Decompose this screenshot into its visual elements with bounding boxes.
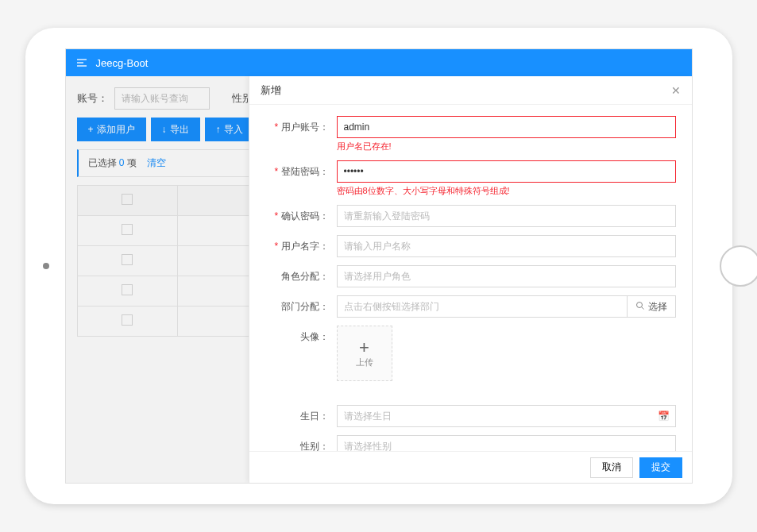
modal-backdrop: [66, 76, 249, 483]
avatar-upload[interactable]: + 上传: [337, 326, 392, 381]
modal-panel: 新增 ✕ 用户账号： 用户名已存在! 登陆密码：: [249, 76, 692, 483]
upload-text: 上传: [356, 357, 373, 368]
label-name: 用户名字：: [265, 235, 337, 253]
input-password[interactable]: [337, 160, 676, 183]
select-role[interactable]: [337, 265, 676, 287]
dept-select-button[interactable]: 选择: [628, 295, 676, 318]
error-account: 用户名已存在!: [337, 141, 676, 152]
error-password: 密码由8位数字、大小写字母和特殊符号组成!: [337, 185, 676, 197]
svg-point-3: [636, 302, 642, 307]
calendar-icon: 📅: [658, 411, 670, 422]
search-icon: [635, 301, 645, 313]
home-button[interactable]: [720, 245, 758, 287]
input-account[interactable]: [337, 116, 676, 138]
svg-line-4: [641, 306, 643, 309]
menu-toggle-icon[interactable]: [75, 56, 88, 69]
label-confirm: 确认密码：: [265, 205, 337, 223]
dept-select-label: 选择: [648, 300, 667, 314]
modal-title: 新增: [261, 83, 281, 98]
label-dept: 部门分配：: [265, 295, 337, 314]
camera-dot: [43, 263, 49, 269]
modal-header: 新增 ✕: [249, 76, 692, 105]
input-birthday[interactable]: [337, 405, 676, 427]
label-avatar: 头像：: [265, 326, 337, 344]
close-icon[interactable]: ✕: [671, 84, 681, 97]
input-confirm[interactable]: [337, 205, 676, 227]
plus-icon: +: [359, 339, 369, 357]
screen: Jeecg-Boot 账号： 性别： + 添加用户 ↓ 导出 ↑ 导入: [65, 48, 693, 484]
input-name[interactable]: [337, 235, 676, 257]
label-password: 登陆密码：: [265, 160, 337, 179]
submit-button[interactable]: 提交: [639, 457, 682, 478]
label-birthday: 生日：: [265, 405, 337, 423]
input-dept[interactable]: [337, 295, 628, 318]
content-area: 账号： 性别： + 添加用户 ↓ 导出 ↑ 导入 已选择: [66, 76, 692, 483]
cancel-button[interactable]: 取消: [590, 457, 633, 478]
select-gender[interactable]: [337, 435, 676, 451]
modal-body: 用户账号： 用户名已存在! 登陆密码： 密码由8位数字、大小写字母和特殊符号组成…: [249, 105, 692, 451]
modal-footer: 取消 提交: [249, 451, 692, 483]
tablet-frame: Jeecg-Boot 账号： 性别： + 添加用户 ↓ 导出 ↑ 导入: [25, 28, 732, 504]
app-title: Jeecg-Boot: [96, 57, 149, 69]
label-role: 角色分配：: [265, 265, 337, 283]
app-header: Jeecg-Boot: [66, 49, 692, 76]
label-gender: 性别：: [265, 435, 337, 451]
label-account: 用户账号：: [265, 116, 337, 134]
